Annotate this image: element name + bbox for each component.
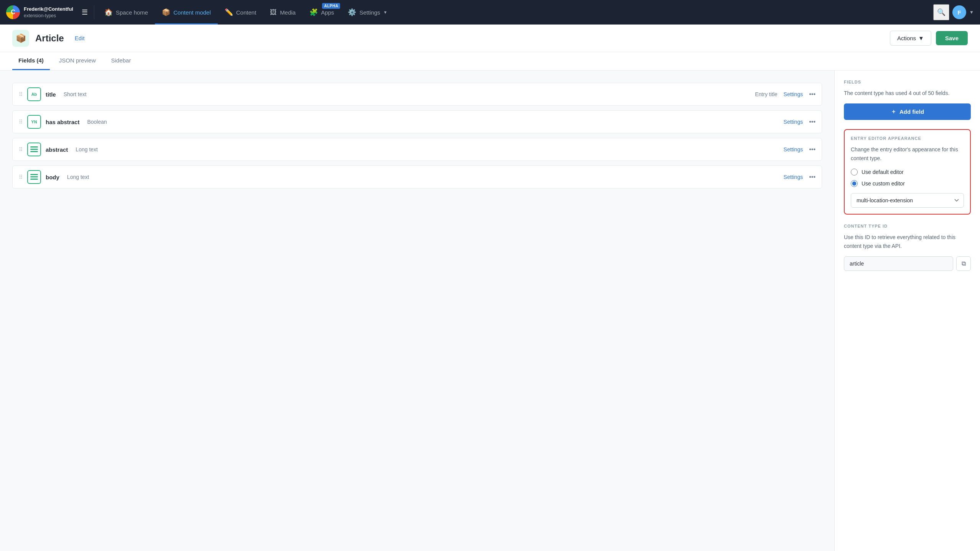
- drag-handle-icon[interactable]: ⠿: [19, 174, 23, 180]
- nav-item-content-model-label: Content model: [173, 9, 211, 16]
- field-meta-title: Entry title Settings •••: [755, 91, 816, 98]
- field-name-body: body: [46, 174, 59, 180]
- radio-default-editor[interactable]: Use default editor: [851, 169, 964, 175]
- content-type-id-title: CONTENT TYPE ID: [844, 224, 971, 228]
- field-settings-link-has-abstract[interactable]: Settings: [784, 119, 803, 125]
- field-settings-link-abstract[interactable]: Settings: [784, 146, 803, 153]
- appearance-section-title: ENTRY EDITOR APPEARANCE: [851, 136, 964, 141]
- main-layout: ⠿ Ab title Short text Entry title Settin…: [0, 71, 980, 551]
- nav-right: 🔍 F ▼: [933, 4, 974, 20]
- fields-panel: ⠿ Ab title Short text Entry title Settin…: [0, 71, 834, 551]
- field-entry-title-label: Entry title: [755, 91, 777, 97]
- actions-button[interactable]: Actions ▼: [890, 31, 931, 46]
- brand-space: extension-types: [24, 13, 73, 19]
- field-name-has-abstract: has abstract: [46, 119, 79, 125]
- settings-dropdown-arrow: ▼: [383, 10, 388, 15]
- field-more-icon-title[interactable]: •••: [809, 91, 816, 98]
- top-navigation: C Frederik@Contentful extension-types ☰ …: [0, 0, 980, 25]
- hamburger-icon[interactable]: ☰: [82, 8, 88, 16]
- avatar-dropdown-arrow: ▼: [969, 10, 974, 15]
- appearance-desc: Change the entry editor's appearance for…: [851, 145, 964, 162]
- brand-user: Frederik@Contentful: [24, 6, 73, 13]
- field-icon-has-abstract: YN: [27, 115, 41, 129]
- field-settings-link-body[interactable]: Settings: [784, 174, 803, 180]
- drag-handle-icon[interactable]: ⠿: [19, 146, 23, 153]
- page-title: Article: [35, 33, 64, 44]
- copy-icon: ⧉: [962, 260, 966, 267]
- fields-count-desc: The content type has used 4 out of 50 fi…: [844, 89, 971, 97]
- table-row: ⠿ Ab title Short text Entry title Settin…: [12, 83, 822, 106]
- fields-section-title: FIELDS: [844, 80, 971, 84]
- radio-custom-editor[interactable]: Use custom editor: [851, 180, 964, 187]
- radio-custom-input[interactable]: [851, 180, 858, 187]
- svg-rect-5: [30, 179, 38, 180]
- table-row: ⠿ YN has abstract Boolean Settings •••: [12, 110, 822, 133]
- svg-rect-0: [30, 146, 38, 148]
- content-type-id-input[interactable]: [844, 256, 953, 271]
- field-name-title: title: [46, 91, 56, 98]
- field-settings-link-title[interactable]: Settings: [784, 91, 803, 97]
- field-icon-title: Ab: [27, 87, 41, 101]
- content-type-id-section: CONTENT TYPE ID Use this ID to retrieve …: [844, 224, 971, 271]
- header-actions: Actions ▼ Save: [890, 31, 968, 46]
- tab-json-preview[interactable]: JSON preview: [53, 52, 102, 70]
- tab-sidebar[interactable]: Sidebar: [105, 52, 137, 70]
- nav-item-media[interactable]: 🖼 Media: [263, 0, 303, 25]
- nav-item-content-model[interactable]: 📦 Content model: [155, 0, 218, 25]
- radio-custom-label: Use custom editor: [862, 180, 905, 187]
- nav-item-settings-label: Settings: [359, 9, 380, 16]
- field-meta-abstract: Settings •••: [784, 146, 816, 153]
- sidebar-panel: FIELDS The content type has used 4 out o…: [834, 71, 980, 551]
- field-more-icon-has-abstract[interactable]: •••: [809, 118, 816, 125]
- field-more-icon-abstract[interactable]: •••: [809, 146, 816, 153]
- content-model-icon: 📦: [162, 8, 170, 16]
- appearance-radio-group: Use default editor Use custom editor: [851, 169, 964, 187]
- table-row: ⠿ body Long text Settings •••: [12, 166, 822, 189]
- add-field-button[interactable]: ＋ Add field: [844, 103, 971, 120]
- nav-item-apps[interactable]: ALPHA 🧩 Apps: [303, 0, 341, 25]
- drag-handle-icon[interactable]: ⠿: [19, 91, 23, 97]
- tab-fields[interactable]: Fields (4): [12, 52, 50, 70]
- field-meta-has-abstract: Settings •••: [784, 118, 816, 125]
- drag-handle-icon[interactable]: ⠿: [19, 119, 23, 125]
- content-type-id-input-wrap: ⧉: [844, 256, 971, 271]
- field-type-has-abstract: Boolean: [87, 119, 107, 125]
- nav-item-settings[interactable]: ⚙️ Settings ▼: [341, 0, 394, 25]
- svg-rect-4: [30, 176, 38, 177]
- nav-item-content-label: Content: [236, 9, 257, 16]
- field-icon-abstract: [27, 143, 41, 156]
- svg-rect-1: [30, 149, 38, 150]
- field-type-body: Long text: [67, 174, 89, 180]
- actions-dropdown-arrow: ▼: [918, 35, 924, 41]
- field-icon-body: [27, 170, 41, 184]
- nav-item-content[interactable]: ✏️ Content: [218, 0, 263, 25]
- table-row: ⠿ abstract Long text Settings •••: [12, 138, 822, 161]
- add-field-label: Add field: [899, 108, 924, 115]
- tabs-bar: Fields (4) JSON preview Sidebar: [0, 52, 980, 71]
- content-type-icon: 📦: [12, 30, 29, 47]
- copy-id-button[interactable]: ⧉: [956, 256, 971, 271]
- nav-item-space-home[interactable]: 🏠 Space home: [97, 0, 155, 25]
- save-button[interactable]: Save: [936, 31, 968, 45]
- brand-text: Frederik@Contentful extension-types: [24, 6, 73, 19]
- settings-icon: ⚙️: [348, 8, 356, 16]
- brand: C Frederik@Contentful extension-types ☰: [6, 5, 94, 19]
- edit-link[interactable]: Edit: [75, 35, 85, 41]
- appearance-section: ENTRY EDITOR APPEARANCE Change the entry…: [844, 129, 971, 215]
- radio-default-label: Use default editor: [862, 169, 904, 175]
- content-icon: ✏️: [225, 8, 233, 16]
- avatar[interactable]: F: [952, 5, 966, 19]
- nav-item-apps-label: Apps: [321, 9, 334, 16]
- content-header: 📦 Article Edit Actions ▼ Save: [0, 25, 980, 52]
- svg-rect-2: [30, 151, 38, 152]
- nav-item-media-label: Media: [280, 9, 296, 16]
- search-button[interactable]: 🔍: [933, 4, 949, 20]
- radio-default-input[interactable]: [851, 169, 858, 175]
- custom-editor-select[interactable]: multi-location-extension: [851, 193, 964, 208]
- nav-item-space-home-label: Space home: [116, 9, 148, 16]
- svg-rect-3: [30, 174, 38, 175]
- field-type-title: Short text: [64, 91, 87, 97]
- nav-items: 🏠 Space home 📦 Content model ✏️ Content …: [94, 0, 933, 25]
- field-more-icon-body[interactable]: •••: [809, 174, 816, 180]
- field-name-abstract: abstract: [46, 146, 68, 153]
